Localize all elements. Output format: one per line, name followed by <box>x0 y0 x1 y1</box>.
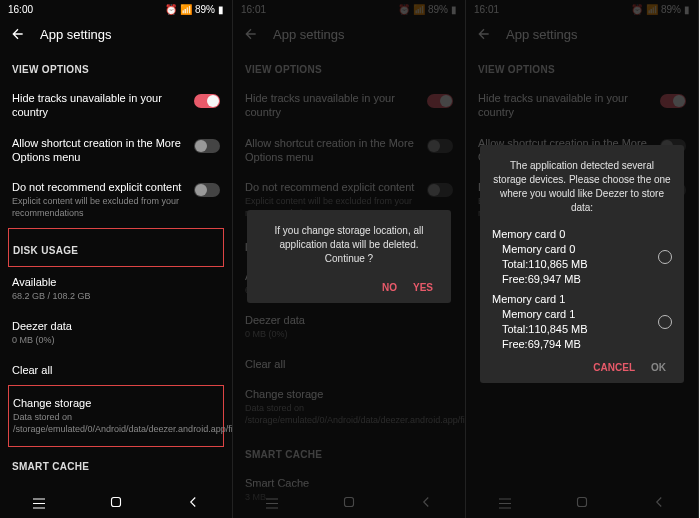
dialog-message: If you change storage location, all appl… <box>259 224 439 266</box>
nav-recent-icon[interactable] <box>30 493 48 511</box>
storage-option-1[interactable]: Memory card 1 Memory card 1 Total:110,84… <box>492 292 672 351</box>
signal-icon: 📶 <box>180 4 192 15</box>
nav-bar <box>0 486 232 518</box>
deezer-data-label: Deezer data <box>12 319 72 333</box>
screen-3-storage-dialog: 16:01 ⏰📶89%▮ App settings VIEW OPTIONS H… <box>466 0 699 518</box>
row-change-storage[interactable]: Change storage Data stored on /storage/e… <box>13 388 219 444</box>
svg-rect-0 <box>111 498 120 507</box>
storage-1-free: Free:69,794 MB <box>492 337 588 352</box>
shortcut-label: Allow shortcut creation in the More Opti… <box>12 136 186 165</box>
storage-0-total: Total:110,865 MB <box>492 257 588 272</box>
svg-rect-1 <box>344 498 353 507</box>
explicit-toggle[interactable] <box>194 183 220 197</box>
status-time: 16:00 <box>8 4 33 15</box>
status-bar: 16:01 ⏰📶89%▮ <box>466 0 698 18</box>
storage-1-radio[interactable] <box>658 315 672 329</box>
status-time: 16:01 <box>241 4 266 15</box>
section-view-options: VIEW OPTIONS <box>12 64 220 75</box>
storage-dialog-message: The application detected several storage… <box>492 159 672 215</box>
screen-1-settings: 16:00 ⏰ 📶 89% ▮ App settings VIEW OPTION… <box>0 0 233 518</box>
dialog-no-button[interactable]: NO <box>382 282 397 293</box>
nav-home-icon[interactable] <box>107 493 125 511</box>
storage-ok-button[interactable]: OK <box>651 362 666 373</box>
available-label: Available <box>12 275 91 289</box>
storage-1-name: Memory card 1 <box>492 307 588 322</box>
storage-1-total: Total:110,845 MB <box>492 322 588 337</box>
hide-tracks-label: Hide tracks unavailable in your country <box>12 91 186 120</box>
screen-2-confirm-dialog: 16:01 ⏰📶89%▮ App settings VIEW OPTIONS H… <box>233 0 466 518</box>
battery-text: 89% <box>195 4 215 15</box>
row-deezer-data: Deezer data 0 MB (0%) <box>12 311 220 355</box>
row-explicit[interactable]: Do not recommend explicit content Explic… <box>12 172 220 228</box>
section-smart-cache: SMART CACHE <box>12 461 220 472</box>
change-storage-sub: Data stored on /storage/emulated/0/Andro… <box>13 412 232 435</box>
nav-back-icon[interactable] <box>184 493 202 511</box>
status-bar: 16:01 ⏰📶89%▮ <box>233 0 465 18</box>
row-shortcut[interactable]: Allow shortcut creation in the More Opti… <box>12 128 220 173</box>
storage-option-0[interactable]: Memory card 0 Memory card 0 Total:110,86… <box>492 227 672 286</box>
status-time: 16:01 <box>474 4 499 15</box>
confirm-dialog: If you change storage location, all appl… <box>247 210 451 303</box>
storage-0-free: Free:69,947 MB <box>492 272 588 287</box>
row-hide-tracks[interactable]: Hide tracks unavailable in your country <box>12 83 220 128</box>
explicit-label: Do not recommend explicit content <box>12 180 186 194</box>
storage-0-radio[interactable] <box>658 250 672 264</box>
shortcut-toggle[interactable] <box>194 139 220 153</box>
dialog-yes-button[interactable]: YES <box>413 282 433 293</box>
status-indicators: ⏰ 📶 89% ▮ <box>165 4 224 15</box>
clear-all-label: Clear all <box>12 363 52 377</box>
deezer-data-sub: 0 MB (0%) <box>12 335 72 347</box>
storage-dialog: The application detected several storage… <box>480 145 684 383</box>
available-sub: 68.2 GB / 108.2 GB <box>12 291 91 303</box>
hide-tracks-toggle[interactable] <box>194 94 220 108</box>
status-bar: 16:00 ⏰ 📶 89% ▮ <box>0 0 232 18</box>
row-clear-all[interactable]: Clear all <box>12 355 220 385</box>
storage-0-title: Memory card 0 <box>492 227 588 242</box>
storage-0-name: Memory card 0 <box>492 242 588 257</box>
header: App settings <box>0 18 232 50</box>
section-disk-usage: DISK USAGE <box>13 245 219 256</box>
explicit-sub: Explicit content will be excluded from y… <box>12 196 186 219</box>
page-title: App settings <box>40 27 112 42</box>
change-storage-label: Change storage <box>13 396 232 410</box>
svg-rect-2 <box>577 498 586 507</box>
row-available: Available 68.2 GB / 108.2 GB <box>12 267 220 311</box>
battery-icon: ▮ <box>218 4 224 15</box>
storage-cancel-button[interactable]: CANCEL <box>593 362 635 373</box>
back-icon[interactable] <box>10 26 26 42</box>
storage-1-title: Memory card 1 <box>492 292 588 307</box>
alarm-icon: ⏰ <box>165 4 177 15</box>
